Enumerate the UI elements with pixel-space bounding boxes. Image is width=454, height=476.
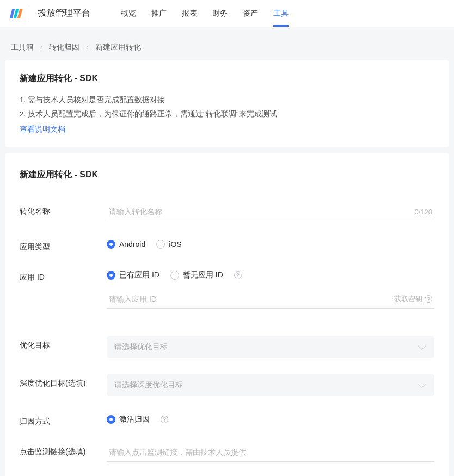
radio-activation-attribution[interactable]: 激活归因 [107,415,150,424]
label-app-id: 应用 ID [20,268,107,282]
intro-card: 新建应用转化 - SDK 1. 需与技术人员核对是否完成配置数据对接 2. 技术… [5,60,449,147]
platform-name: 投放管理平台 [38,8,90,19]
form-card: 新建应用转化 - SDK 转化名称 0/120 应用类型 Android [5,153,449,476]
deep-opt-select[interactable]: 请选择深度优化目标 [107,374,434,396]
row-conversion-name: 转化名称 0/120 [20,202,434,221]
radio-attribution-label: 激活归因 [119,415,150,424]
row-opt-goal: 优化目标 请选择优化目标 [20,336,434,358]
label-empty [20,290,107,294]
intro-line-1: 1. 需与技术人员核对是否完成配置数据对接 [20,93,434,107]
doc-link[interactable]: 查看说明文档 [20,125,65,134]
label-opt-goal: 优化目标 [20,336,107,350]
row-attribution: 归因方式 激活归因 ? [20,412,434,426]
help-icon[interactable]: ? [234,271,242,279]
opt-goal-placeholder: 请选择优化目标 [114,342,168,352]
row-app-id-input: 获取密钥 ? [20,290,434,309]
radio-no-app-id-label: 暂无应用 ID [183,270,223,280]
radio-has-app-id-label: 已有应用 ID [119,270,159,280]
conversion-name-input[interactable] [107,202,414,221]
header-divider [29,8,29,20]
radio-has-app-id[interactable]: 已有应用 ID [107,270,159,280]
nav-assets[interactable]: 资产 [243,0,258,27]
row-click-monitor: 点击监测链接(选填) [20,443,434,462]
deep-opt-placeholder: 请选择深度优化目标 [114,380,183,390]
breadcrumb-sep: › [86,42,89,51]
breadcrumb-current: 新建应用转化 [95,42,141,51]
click-monitor-input[interactable] [107,443,434,461]
chevron-down-icon [418,380,426,388]
breadcrumb-toolbox[interactable]: 工具箱 [11,42,34,51]
label-click-monitor: 点击监测链接(选填) [20,443,107,457]
row-app-type: 应用类型 Android iOS [20,238,434,252]
help-icon: ? [425,295,432,303]
breadcrumb: 工具箱 › 转化归因 › 新建应用转化 [5,33,449,60]
nav-finance[interactable]: 财务 [212,0,228,27]
app-logo [11,9,21,18]
opt-goal-select[interactable]: 请选择优化目标 [107,336,434,358]
radio-icon [107,240,115,249]
page-content: 工具箱 › 转化归因 › 新建应用转化 新建应用转化 - SDK 1. 需与技术… [0,27,454,476]
nav-tools[interactable]: 工具 [273,0,289,27]
radio-icon [107,271,115,280]
label-deep-opt: 深度优化目标(选填) [20,374,107,388]
form-title: 新建应用转化 - SDK [20,169,434,181]
main-nav: 概览 推广 报表 财务 资产 工具 [121,0,289,27]
breadcrumb-attribution[interactable]: 转化归因 [49,42,79,51]
chevron-down-icon [418,342,426,350]
label-conversion-name: 转化名称 [20,202,107,217]
breadcrumb-sep: › [40,42,43,51]
radio-icon [156,240,165,249]
nav-reports[interactable]: 报表 [182,0,197,27]
row-deep-opt: 深度优化目标(选填) 请选择深度优化目标 [20,374,434,396]
app-id-input[interactable] [107,290,394,308]
radio-no-app-id[interactable]: 暂无应用 ID [170,270,223,280]
char-count: 0/120 [414,208,434,216]
radio-ios[interactable]: iOS [156,240,181,249]
radio-android[interactable]: Android [107,240,145,249]
get-key-text: 获取密钥 [394,294,422,304]
row-app-id-radio: 应用 ID 已有应用 ID 暂无应用 ID ? [20,268,434,282]
radio-icon [170,271,179,280]
intro-line-2: 2. 技术人员配置完成后，为保证你的通路正常，需通过"转化联调"来完成测试 [20,107,434,121]
label-app-type: 应用类型 [20,238,107,252]
radio-ios-label: iOS [169,240,181,249]
radio-android-label: Android [119,240,145,249]
help-icon[interactable]: ? [161,416,168,423]
app-header: 投放管理平台 概览 推广 报表 财务 资产 工具 [0,0,454,27]
radio-icon [107,415,115,424]
label-attribution: 归因方式 [20,412,107,426]
get-key-link[interactable]: 获取密钥 ? [394,294,434,304]
nav-overview[interactable]: 概览 [121,0,136,27]
intro-title: 新建应用转化 - SDK [20,73,434,84]
nav-promotion[interactable]: 推广 [151,0,167,27]
